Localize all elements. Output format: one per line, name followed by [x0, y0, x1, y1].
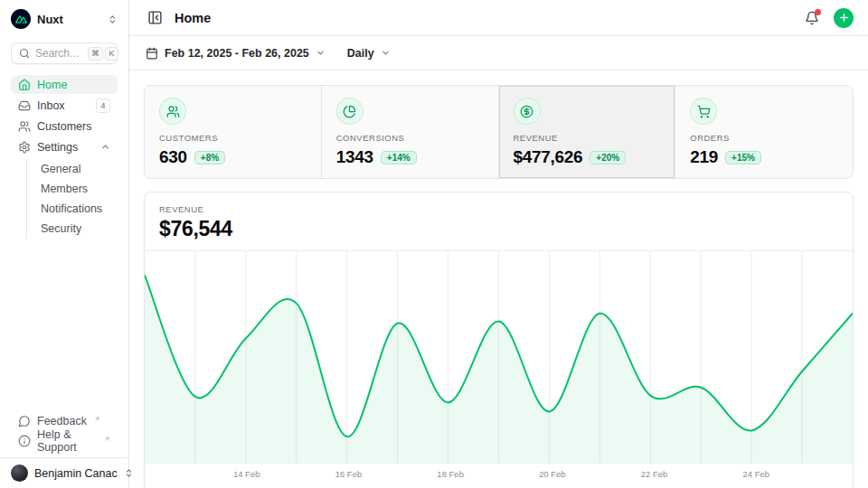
stat-change-badge: +14% [381, 151, 417, 164]
stat-card-revenue[interactable]: REVENUE $477,626 +20% [499, 86, 676, 178]
search-shortcut: ⌘ K [88, 47, 118, 61]
revenue-chart-svg [145, 251, 853, 464]
inbox-count-badge: 4 [96, 99, 110, 113]
sidebar-item-home[interactable]: Home [11, 75, 118, 94]
sidebar-item-customers[interactable]: Customers [11, 117, 118, 136]
stat-label: CONVERSIONS [336, 133, 484, 143]
stat-value: 630 [159, 147, 187, 167]
granularity-value: Daily [347, 47, 374, 60]
external-link-arrow-icon [94, 416, 100, 422]
stat-change-badge: +8% [194, 151, 225, 164]
external-link-arrow-icon [104, 436, 110, 442]
revenue-area-chart[interactable] [145, 250, 853, 463]
home-icon [18, 79, 31, 91]
stat-value: $477,626 [514, 147, 583, 167]
nuxt-logo-icon [11, 9, 31, 29]
sidebar-item-label: Home [37, 79, 67, 91]
sidebar-item-label: Customers [37, 120, 91, 133]
stat-value: 1343 [336, 147, 373, 167]
date-range-value: Feb 12, 2025 - Feb 26, 2025 [165, 47, 309, 60]
notification-dot [815, 9, 821, 15]
stat-label: REVENUE [514, 133, 661, 143]
date-range-picker[interactable]: Feb 12, 2025 - Feb 26, 2025 [144, 43, 327, 63]
users-icon [18, 120, 31, 133]
user-menu[interactable]: Benjamin Canac [0, 457, 128, 488]
page-title: Home [175, 11, 211, 25]
inbox-icon [18, 99, 31, 112]
footer-link-label: Help & Support [37, 428, 97, 454]
panel-left-close-icon [147, 10, 163, 25]
stat-card-customers[interactable]: CUSTOMERS 630 +8% [145, 86, 322, 178]
granularity-select[interactable]: Daily [345, 43, 392, 63]
kbd-k: K [105, 47, 118, 61]
user-name: Benjamin Canac [34, 467, 118, 480]
sidebar-item-members[interactable]: Members [37, 179, 118, 198]
sidebar-item-general[interactable]: General [37, 159, 118, 178]
search-input[interactable] [35, 47, 82, 60]
kbd-meta: ⌘ [88, 47, 103, 61]
x-axis-tick-label: 14 Feb [233, 469, 260, 479]
stat-label: ORDERS [690, 133, 838, 143]
search-icon [19, 48, 30, 59]
footer-link-label: Feedback [37, 415, 87, 427]
workspace-switcher[interactable]: Nuxt [11, 7, 118, 31]
chevron-up-icon [100, 142, 110, 152]
settings-sub-list: General Members Notifications Security [26, 159, 118, 239]
x-axis-tick-label: 20 Feb [539, 469, 566, 479]
help-support-link[interactable]: Help & Support [11, 431, 118, 451]
chevrons-up-down-icon [124, 468, 134, 478]
sidebar-footer-links: Feedback Help & Support [11, 411, 118, 457]
stats-row: CUSTOMERS 630 +8% CONVERSIONS 1343 +14% [144, 85, 854, 179]
notifications-button[interactable] [801, 7, 823, 29]
stat-change-badge: +15% [725, 151, 761, 164]
sidebar-item-security[interactable]: Security [37, 219, 118, 238]
shopping-cart-icon [690, 98, 717, 125]
sidebar-item-settings[interactable]: Settings [11, 137, 118, 156]
x-axis-tick-label: 16 Feb [335, 469, 363, 479]
calendar-icon [146, 47, 158, 60]
filters-toolbar: Feb 12, 2025 - Feb 26, 2025 Daily [129, 36, 868, 70]
header-actions [801, 7, 854, 29]
stat-card-orders[interactable]: ORDERS 219 +15% [675, 86, 853, 178]
message-circle-icon [18, 415, 31, 427]
chart-metric-total: $76,544 [159, 217, 838, 241]
add-button[interactable] [834, 8, 854, 28]
chevrons-up-down-icon [108, 14, 118, 24]
sidebar-item-inbox[interactable]: Inbox 4 [11, 96, 118, 115]
sidebar-collapse-button[interactable] [144, 7, 165, 29]
chart-metric-label: REVENUE [159, 204, 838, 214]
chevron-down-icon [381, 48, 391, 58]
stat-label: CUSTOMERS [159, 133, 307, 143]
sidebar-nav: Home Inbox 4 Customers Settings Ge [11, 75, 118, 240]
search-input-wrap[interactable]: ⌘ K [11, 42, 118, 64]
info-circle-icon [18, 435, 31, 447]
x-axis-tick-label: 18 Feb [437, 469, 464, 479]
page-header: Home [129, 0, 868, 36]
stat-card-conversions[interactable]: CONVERSIONS 1343 +14% [322, 86, 499, 178]
brand-name: Nuxt [37, 13, 63, 26]
revenue-chart-header: REVENUE $76,544 [145, 192, 853, 250]
chart-x-axis: 14 Feb16 Feb18 Feb20 Feb22 Feb24 Feb [145, 463, 853, 486]
stat-change-badge: +20% [590, 151, 626, 164]
chevron-down-icon [316, 48, 326, 58]
x-axis-tick-label: 24 Feb [742, 469, 769, 479]
sidebar: Nuxt ⌘ K Home Inbox 4 [0, 0, 129, 488]
plus-icon [838, 12, 850, 23]
circle-dollar-icon [514, 98, 541, 125]
sidebar-item-label: Inbox [37, 99, 65, 112]
users-icon [159, 98, 186, 125]
x-axis-tick-label: 22 Feb [641, 469, 668, 479]
sidebar-spacer [11, 240, 118, 411]
stat-value: 219 [690, 147, 718, 167]
sidebar-item-notifications[interactable]: Notifications [37, 199, 118, 218]
revenue-chart-card: REVENUE $76,544 14 Feb16 Feb18 Feb20 Feb… [144, 192, 854, 488]
user-avatar [11, 465, 28, 482]
gear-icon [18, 141, 31, 154]
main-area: Home Feb 12, 2025 - Feb 26, 2025 [129, 0, 868, 488]
page-content: CUSTOMERS 630 +8% CONVERSIONS 1343 +14% [129, 70, 868, 488]
sidebar-item-label: Settings [37, 141, 78, 154]
chart-pie-icon [336, 98, 363, 125]
